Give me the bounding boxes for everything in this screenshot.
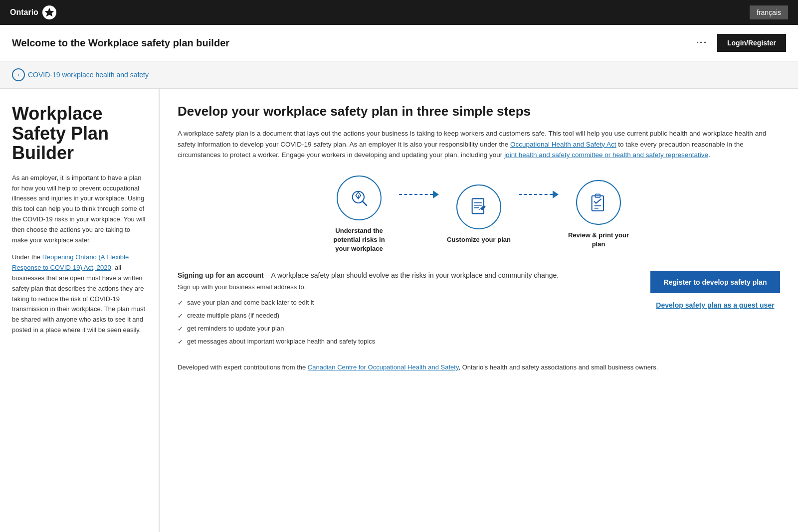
left-panel: Workplace Safety Plan Builder As an empl… — [0, 89, 160, 532]
right-panel: Develop your workplace safety plan in th… — [160, 89, 798, 532]
left-panel-para2-prefix: Under the — [12, 253, 42, 261]
signing-up-paragraph: Signing up for an account – A workplace … — [178, 271, 630, 279]
signing-desc: – A workplace safety plan should evolve … — [264, 271, 559, 279]
checklist-item-4: ✓ get messages about important workplace… — [178, 338, 630, 346]
guest-user-link[interactable]: Develop safety plan as a guest user — [656, 301, 774, 309]
jhsc-link[interactable]: joint health and safety committee or hea… — [504, 151, 708, 159]
header-bar: Welcome to the Workplace safety plan bui… — [0, 25, 798, 61]
step-1: Understand the potential risks in your w… — [319, 176, 399, 254]
breadcrumb-label: COVID-19 workplace health and safety — [28, 71, 149, 79]
step-arrow-2 — [519, 190, 559, 218]
step-2-icon-circle — [456, 184, 501, 229]
checkmark-icon-3: ✓ — [178, 325, 183, 333]
sign-up-intro: Sign up with your business email address… — [178, 283, 630, 291]
left-panel-heading: Workplace Safety Plan Builder — [12, 104, 147, 163]
ontario-logo-text: Ontario — [10, 8, 38, 17]
register-right-content: Register to develop safety plan Develop … — [650, 271, 780, 351]
svg-line-9 — [479, 208, 481, 210]
more-options-icon[interactable]: ⋮ — [695, 37, 708, 49]
top-navigation-bar: Ontario français — [0, 0, 798, 25]
left-panel-para2-suffix: , all businesses that are open must have… — [12, 264, 145, 334]
step-1-icon-circle — [337, 176, 382, 220]
left-panel-para1: As an employer, it is important to have … — [12, 173, 147, 246]
svg-marker-0 — [45, 9, 53, 16]
back-arrow-icon: ‹ — [12, 68, 25, 81]
breadcrumb-bar: ‹ COVID-19 workplace health and safety — [0, 61, 798, 89]
step-3: Review & print your plan — [559, 180, 638, 249]
checklist-item-3: ✓ get reminders to update your plan — [178, 325, 630, 333]
signing-up-heading: Signing up for an account — [178, 271, 264, 279]
ohsa-link[interactable]: Occupational Health and Safety Act — [510, 141, 616, 148]
arrow-head-1 — [433, 190, 439, 198]
francais-button[interactable]: français — [750, 5, 788, 19]
step-1-label: Understand the potential risks in your w… — [327, 226, 392, 254]
register-button[interactable]: Register to develop safety plan — [650, 271, 780, 293]
arrow-line-1 — [399, 194, 433, 195]
footer-suffix: , Ontario's health and safety associatio… — [458, 363, 658, 371]
intro-part3: . — [708, 151, 710, 159]
checklist-item-1-text: save your plan and come back later to ed… — [187, 299, 314, 306]
register-left-content: Signing up for an account – A workplace … — [178, 271, 630, 351]
svg-point-4 — [358, 197, 359, 198]
main-layout: Workplace Safety Plan Builder As an empl… — [0, 89, 798, 532]
step-2: Customize your plan — [439, 184, 519, 244]
register-section: Signing up for an account – A workplace … — [178, 271, 780, 351]
steps-diagram: Understand the potential risks in your w… — [178, 176, 780, 254]
ontario-logo: Ontario — [10, 5, 56, 19]
checklist-item-4-text: get messages about important workplace h… — [187, 338, 375, 345]
trillium-icon — [42, 5, 56, 19]
checklist-item-3-text: get reminders to update your plan — [187, 325, 284, 332]
arrow-line-2 — [519, 194, 553, 195]
breadcrumb-back-link[interactable]: ‹ COVID-19 workplace health and safety — [12, 68, 149, 81]
checkmark-icon-4: ✓ — [178, 338, 183, 346]
checklist-item-1: ✓ save your plan and come back later to … — [178, 299, 630, 307]
ccohs-link[interactable]: Canadian Centre for Occupational Health … — [308, 363, 459, 371]
login-register-button[interactable]: Login/Register — [717, 34, 786, 52]
arrow-head-2 — [553, 190, 559, 198]
checkmark-icon-2: ✓ — [178, 312, 183, 320]
step-2-label: Customize your plan — [447, 235, 511, 244]
left-panel-para2: Under the Reopening Ontario (A Flexible … — [12, 252, 147, 335]
intro-paragraph: A workplace safety plan is a document th… — [178, 128, 780, 161]
svg-line-2 — [363, 201, 367, 205]
step-3-icon-circle — [576, 180, 621, 225]
right-panel-heading: Develop your workplace safety plan in th… — [178, 104, 780, 119]
step-3-label: Review & print your plan — [566, 231, 631, 249]
checkmark-icon-1: ✓ — [178, 299, 183, 307]
footer-note: Developed with expert contributions from… — [178, 362, 780, 373]
footer-prefix: Developed with expert contributions from… — [178, 363, 308, 371]
svg-rect-5 — [472, 198, 484, 213]
header-actions: ⋮ Login/Register — [695, 34, 786, 52]
page-title: Welcome to the Workplace safety plan bui… — [12, 37, 229, 49]
checklist-item-2-text: create multiple plans (if needed) — [187, 312, 279, 319]
checklist: ✓ save your plan and come back later to … — [178, 299, 630, 346]
step-arrow-1 — [399, 190, 439, 218]
checklist-item-2: ✓ create multiple plans (if needed) — [178, 312, 630, 320]
